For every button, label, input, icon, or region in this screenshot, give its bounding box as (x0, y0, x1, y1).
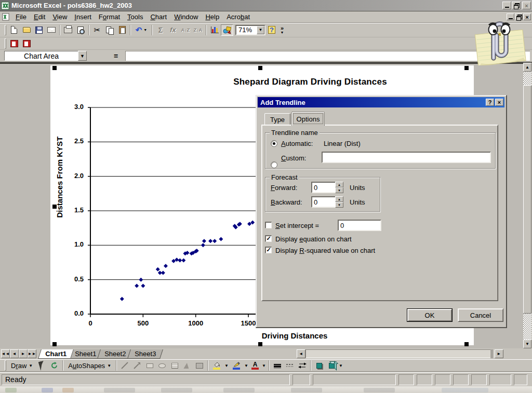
select-objects-button[interactable] (36, 360, 48, 371)
scroll-left-button[interactable]: ◄ (297, 349, 305, 358)
undo-dropdown-icon[interactable]: ▼ (143, 28, 147, 32)
selection-handle-top-center[interactable] (258, 66, 262, 70)
chart-wizard-button[interactable] (208, 24, 221, 36)
arrow-button[interactable] (131, 360, 143, 371)
data-point[interactable] (212, 239, 217, 243)
data-point[interactable] (135, 284, 139, 288)
name-box-dropdown[interactable]: ▼ (78, 51, 87, 61)
sheet-tab-sheet3[interactable]: Sheet3 (127, 349, 163, 359)
cut-button[interactable]: ✂ (91, 24, 103, 36)
clip-art-button[interactable] (193, 360, 206, 371)
menu-file[interactable]: File (12, 11, 30, 22)
automatic-radio[interactable] (271, 140, 277, 147)
undo-button[interactable]: ↶▼ (132, 24, 150, 36)
selection-handle-top-left[interactable] (52, 66, 57, 70)
set-intercept-input[interactable]: 0 (338, 220, 381, 231)
horizontal-scroll-track[interactable] (305, 349, 490, 358)
save-button[interactable] (33, 24, 45, 36)
selection-handle-bottom-center[interactable] (258, 342, 262, 346)
tab-type[interactable]: Type (264, 113, 290, 125)
data-point[interactable] (181, 259, 185, 263)
data-point[interactable] (202, 239, 206, 243)
data-point[interactable] (219, 237, 223, 241)
office-assistant-clippy[interactable] (469, 21, 530, 65)
doc-restore-button[interactable] (515, 13, 523, 20)
threed-button[interactable] (325, 360, 338, 371)
menu-chart[interactable]: Chart (147, 11, 170, 22)
fill-color-dropdown[interactable]: ▼ (223, 360, 230, 371)
data-point[interactable] (201, 243, 205, 247)
selection-handle-top-right[interactable] (464, 66, 469, 70)
menu-tools[interactable]: Tools (124, 11, 147, 22)
drawing-toggle-button[interactable] (221, 24, 233, 36)
data-point[interactable] (164, 264, 168, 268)
menu-help[interactable]: Help (202, 11, 223, 22)
forward-spinner[interactable]: 0 ▲ ▼ (311, 182, 343, 193)
menu-acrobat[interactable]: Acrobat (223, 11, 254, 22)
name-box[interactable]: Chart Area (4, 51, 78, 61)
display-r-squared-checkbox[interactable]: ✓ (265, 247, 272, 253)
zoom-dropdown-icon[interactable]: ▼ (257, 26, 264, 34)
scroll-right-button[interactable]: ► (495, 349, 503, 358)
convert-to-pdf-button[interactable] (8, 38, 20, 49)
open-button[interactable] (20, 24, 33, 36)
arrow-style-button[interactable] (296, 360, 309, 371)
oval-button[interactable] (156, 360, 168, 371)
line-button[interactable] (118, 360, 131, 371)
menu-window[interactable]: Window (170, 11, 202, 22)
threed-dropdown[interactable]: ▼ (338, 360, 344, 371)
line-color-button[interactable] (230, 360, 243, 371)
new-button[interactable] (8, 24, 20, 36)
print-button[interactable] (62, 24, 74, 36)
forward-spin-up[interactable]: ▲ (335, 182, 343, 187)
forward-spin-down[interactable]: ▼ (335, 187, 343, 193)
dialog-help-button[interactable]: ? (486, 99, 494, 106)
help-button[interactable]: ? (265, 24, 278, 36)
sort-descending-button[interactable]: Z↓A (192, 24, 204, 36)
draw-menu-button[interactable]: Draw ▼ (8, 360, 36, 371)
zoom-combobox[interactable]: 71% ▼ (235, 25, 265, 35)
dialog-close-button[interactable]: × (495, 99, 503, 106)
paste-function-button[interactable]: fx (167, 24, 179, 36)
selection-handle-bottom-left[interactable] (52, 342, 57, 346)
cancel-button[interactable]: Cancel (458, 308, 503, 322)
print-preview-button[interactable] (74, 24, 87, 36)
line-color-dropdown[interactable]: ▼ (243, 360, 249, 371)
set-intercept-checkbox[interactable] (265, 222, 272, 228)
next-sheet-button[interactable]: ► (19, 349, 28, 358)
toolbar-grip[interactable] (5, 38, 6, 49)
line-style-button[interactable] (271, 360, 284, 371)
dialog-title-bar[interactable]: Add Trendline ? × (258, 97, 504, 107)
shadow-button[interactable] (313, 360, 325, 371)
restore-button[interactable] (512, 2, 521, 9)
selection-handle-bottom-right[interactable] (464, 342, 469, 346)
backward-spinner[interactable]: 0 ▲ ▼ (311, 196, 343, 208)
backward-spin-down[interactable]: ▼ (335, 202, 343, 208)
tab-split-handle[interactable] (491, 349, 494, 358)
scroll-track[interactable] (523, 314, 531, 340)
data-point[interactable] (156, 267, 160, 272)
horizontal-scrollbar[interactable]: ◄ ► (297, 349, 503, 358)
previous-sheet-button[interactable]: ◄ (10, 349, 19, 358)
data-point[interactable] (141, 284, 145, 288)
text-box-button[interactable] (168, 360, 181, 371)
close-button[interactable]: × (522, 2, 531, 9)
menu-edit[interactable]: Edit (30, 11, 49, 22)
data-point[interactable] (208, 239, 212, 243)
data-point[interactable] (139, 278, 143, 282)
wordart-button[interactable] (181, 360, 193, 371)
scroll-thumb[interactable] (523, 85, 531, 314)
doc-close-button[interactable]: × (523, 13, 531, 20)
menu-format[interactable]: Format (95, 11, 124, 22)
backward-spin-up[interactable]: ▲ (335, 196, 343, 202)
data-point[interactable] (161, 270, 165, 275)
paste-button[interactable] (116, 24, 128, 36)
data-point[interactable] (120, 297, 124, 301)
ok-button[interactable]: OK (407, 309, 452, 321)
toolbar-grip[interactable] (5, 25, 6, 35)
autosum-button[interactable]: Σ (154, 24, 167, 36)
dash-style-button[interactable] (284, 360, 296, 371)
mail-button[interactable] (45, 24, 58, 36)
toolbar-grip[interactable] (5, 360, 6, 371)
convert-to-pdf-email-button[interactable] (20, 38, 33, 49)
